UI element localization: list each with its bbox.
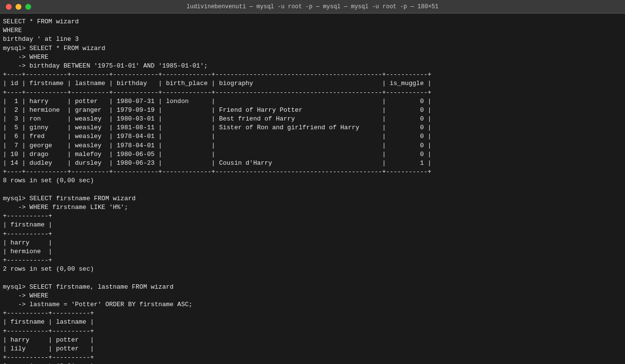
window-title: ludivinebenvenuti — mysql -u root -p — m… (187, 3, 438, 10)
terminal-line: | harry | (3, 239, 52, 246)
terminal-line: +-----------+----------+ (3, 354, 94, 361)
terminal-line: | id | firstname | lastname | birthday |… (3, 80, 432, 87)
terminal-line: | 3 | ron | weasley | 1980-03-01 | | Bes… (3, 115, 432, 122)
terminal-line: -> WHERE (3, 53, 49, 61)
traffic-lights (6, 4, 31, 10)
terminal-line: 8 rows in set (0,00 sec) (3, 177, 94, 184)
terminal-line: | 7 | george | weasley | 1978-04-01 | | … (3, 142, 432, 149)
terminal-line: -> WHERE (3, 292, 49, 299)
terminal-line: | 1 | harry | potter | 1980-07-31 | lond… (3, 98, 432, 105)
terminal-line: | hermione | (3, 248, 52, 255)
maximize-button[interactable] (25, 4, 31, 10)
terminal-line: +----+-----------+----------+-----------… (3, 71, 432, 78)
terminal-line: WHERE (3, 27, 22, 34)
terminal-line: | 6 | fred | weasley | 1978-04-01 | | | … (3, 133, 432, 140)
title-bar: ludivinebenvenuti — mysql -u root -p — m… (0, 0, 625, 14)
terminal-line: | harry | potter | (3, 336, 94, 344)
terminal-line: +-----------+ (3, 212, 52, 220)
terminal-line: +-----------+----------+ (3, 328, 94, 335)
terminal-line: | 2 | hermione | granger | 1979-09-19 | … (3, 106, 432, 114)
terminal-line: 2 rows in set (0,00 sec) (3, 265, 94, 273)
terminal-line: mysql> SELECT firstname, lastname FROM w… (3, 283, 174, 291)
terminal-line: | 5 | ginny | weasley | 1981-08-11 | | S… (3, 124, 432, 131)
terminal-line: | 14 | dudley | dursley | 1980-06-23 | |… (3, 159, 432, 167)
terminal-line: | firstname | lastname | (3, 318, 94, 326)
terminal-line: mysql> SELECT firstname FROM wizard (3, 195, 136, 202)
terminal-line: | lily | potter | (3, 345, 94, 352)
terminal-line: +-----------+ (3, 257, 52, 264)
terminal[interactable]: SELECT * FROM wizard WHERE birthday ' at… (0, 14, 625, 364)
terminal-line: -> WHERE firstname LIKE 'H%'; (3, 204, 128, 211)
terminal-line: -> birthday BETWEEN '1975-01-01' AND '19… (3, 62, 208, 69)
terminal-line: +----+-----------+----------+-----------… (3, 89, 432, 96)
close-button[interactable] (6, 4, 12, 10)
terminal-line: +----+-----------+----------+-----------… (3, 168, 432, 175)
terminal-line: SELECT * FROM wizard (3, 18, 79, 25)
terminal-line: +-----------+----------+ (3, 310, 94, 317)
terminal-line: | 10 | drago | malefoy | 1980-06-05 | | … (3, 151, 432, 158)
terminal-line: | firstname | (3, 221, 52, 228)
terminal-line: mysql> SELECT * FROM wizard (3, 45, 105, 52)
terminal-line: -> lastname = 'Potter' ORDER BY firstnam… (3, 301, 192, 308)
terminal-line: +-----------+ (3, 230, 52, 238)
minimize-button[interactable] (16, 4, 21, 10)
terminal-line: birthday ' at line 3 (3, 35, 79, 43)
